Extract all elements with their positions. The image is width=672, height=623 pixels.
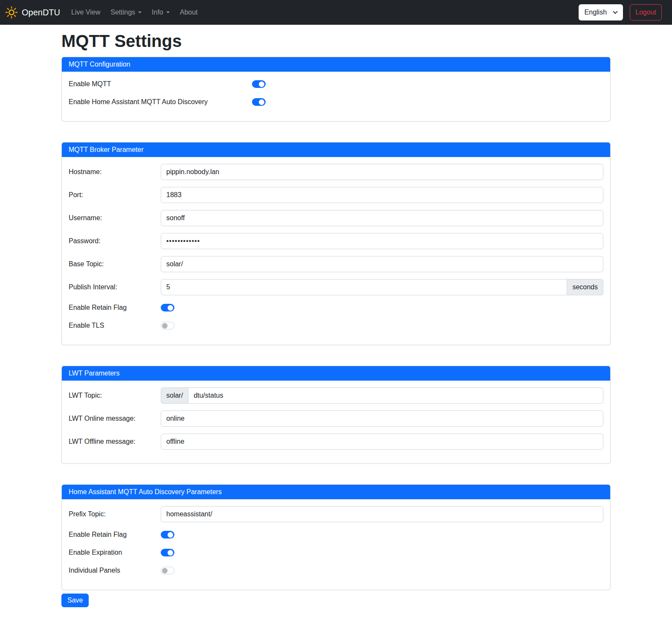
form-row: Enable Expiration [69,547,603,558]
field-label: Base Topic: [69,260,161,268]
form-row: Publish Interval: seconds [69,279,603,295]
language-select[interactable]: English [579,4,623,20]
enable-mqtt-toggle[interactable] [252,80,266,88]
sun-icon [5,6,18,19]
form-row: Enable Home Assistant MQTT Auto Discover… [69,96,603,108]
field-label: Enable Retain Flag [69,304,161,312]
nav-item-info[interactable]: Info [148,5,173,20]
form-row: Hostname: [69,164,603,180]
form-row: Enable TLS [69,320,603,331]
field-label: Publish Interval: [69,283,161,291]
topic-prefix-addon: solar/ [161,387,188,404]
field-label: Enable TLS [69,322,161,329]
form-row: LWT Online message: [69,410,603,427]
nav-item-settings[interactable]: Settings [107,5,145,20]
field-label: Hostname: [69,168,161,176]
navbar: OpenDTU Live View Settings Info About En… [0,0,672,25]
ha-enable-retain-flag-toggle[interactable] [161,531,174,539]
field-label: Enable Expiration [69,549,161,556]
form-row: Enable Retain Flag [69,302,603,313]
lwt-topic-input[interactable] [188,387,603,404]
form-row: LWT Topic: solar/ [69,387,603,404]
form-row: Username: [69,210,603,226]
card-header: MQTT Configuration [62,57,610,72]
toggle-knob [168,532,173,538]
nav-item-label: About [180,9,198,16]
lwt-offline-message-input[interactable] [161,434,603,450]
lwt-online-message-input[interactable] [161,410,603,427]
form-row: LWT Offline message: [69,434,603,450]
form-row: Enable Retain Flag [69,529,603,540]
brand-label: OpenDTU [22,8,60,17]
form-row: Password: [69,233,603,249]
page-title: MQTT Settings [61,32,611,51]
toggle-knob [162,568,168,574]
field-label: Prefix Topic: [69,510,161,518]
field-label: Port: [69,191,161,199]
username-input[interactable] [161,210,603,226]
publish-interval-input[interactable] [161,279,567,295]
main-content: MQTT Settings MQTT Configuration Enable … [61,32,611,616]
unit-addon: seconds [567,279,603,295]
toggle-knob [259,99,264,105]
base-topic-input[interactable] [161,256,603,272]
language-select-value: English [585,9,607,16]
field-label: Enable Retain Flag [69,531,161,539]
form-row: Enable MQTT [69,79,603,90]
password-input[interactable] [161,233,603,249]
toggle-knob [168,550,173,556]
enable-tls-toggle[interactable] [161,322,174,329]
nav-item-live-view[interactable]: Live View [68,5,104,20]
card-header: LWT Parameters [62,366,610,381]
ha-auto-discovery-parameters-card: Home Assistant MQTT Auto Discovery Param… [61,484,611,590]
logout-button[interactable]: Logout [630,4,662,20]
form-row: Individual Panels [69,565,603,576]
nav-item-label: Settings [110,9,135,16]
form-row: Port: [69,187,603,203]
nav-item-label: Live View [71,9,100,16]
chevron-down-icon [613,9,617,14]
toggle-knob [168,305,173,311]
individual-panels-toggle[interactable] [161,567,174,574]
card-header: Home Assistant MQTT Auto Discovery Param… [62,485,610,499]
lwt-parameters-card: LWT Parameters LWT Topic: solar/ LWT Onl… [61,366,611,464]
toggle-knob [162,323,168,329]
field-label: LWT Topic: [69,392,161,399]
card-header: MQTT Broker Parameter [62,143,610,157]
save-button[interactable]: Save [61,594,89,607]
field-label: Enable Home Assistant MQTT Auto Discover… [69,98,252,106]
field-label: Enable MQTT [69,80,252,88]
form-row: Base Topic: [69,256,603,272]
enable-retain-flag-toggle[interactable] [161,304,174,312]
nav-item-label: Info [152,9,163,16]
field-label: Individual Panels [69,567,161,574]
chevron-down-icon [166,12,170,13]
port-input[interactable] [161,187,603,203]
hostname-input[interactable] [161,164,603,180]
toggle-knob [259,82,264,87]
chevron-down-icon [138,12,142,13]
nav-item-about[interactable]: About [177,5,201,20]
form-row: Prefix Topic: [69,506,603,522]
prefix-topic-input[interactable] [161,506,603,522]
field-label: Password: [69,237,161,245]
field-label: Username: [69,214,161,222]
mqtt-broker-parameter-card: MQTT Broker Parameter Hostname: Port: Us… [61,142,611,345]
mqtt-configuration-card: MQTT Configuration Enable MQTT Enable Ho… [61,57,611,122]
enable-expiration-toggle[interactable] [161,549,174,556]
field-label: LWT Offline message: [69,438,161,445]
brand-link[interactable]: OpenDTU [5,6,60,19]
field-label: LWT Online message: [69,415,161,422]
enable-ha-auto-discovery-toggle[interactable] [252,98,266,106]
